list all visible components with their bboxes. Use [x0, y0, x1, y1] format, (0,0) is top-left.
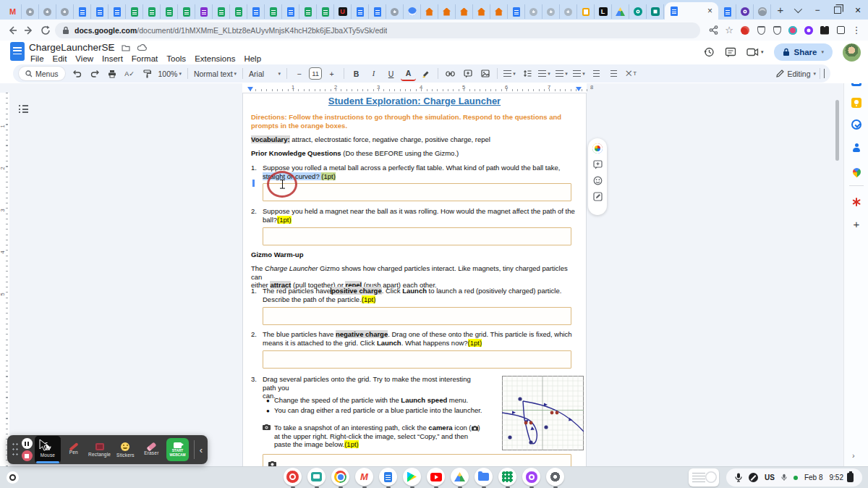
- share-page-icon[interactable]: [707, 25, 719, 36]
- pinned-tab-doc[interactable]: [352, 4, 369, 19]
- menu-view[interactable]: View: [71, 54, 98, 64]
- numbered-list-button[interactable]: ▾: [571, 67, 587, 80]
- particle-path-figure[interactable]: [502, 376, 584, 450]
- collapse-toolbar-icon[interactable]: [824, 70, 825, 78]
- close-window-button[interactable]: ×: [848, 0, 868, 20]
- add-comment-button[interactable]: [460, 67, 475, 80]
- decrease-indent-button[interactable]: [589, 67, 604, 80]
- pinned-tab-doc[interactable]: [74, 4, 91, 19]
- font-size-decrease[interactable]: −: [292, 67, 307, 80]
- shelf-app-chrome[interactable]: [331, 468, 349, 486]
- answer-box-pk1[interactable]: [263, 183, 571, 201]
- horizontal-ruler[interactable]: 12345678: [0, 83, 868, 93]
- redo-button[interactable]: [88, 67, 103, 80]
- menu-insert[interactable]: Insert: [98, 54, 127, 64]
- pinned-tab-sheet[interactable]: [230, 4, 247, 19]
- shelf-app-play[interactable]: [403, 468, 421, 486]
- shelf-app-files[interactable]: [475, 468, 493, 486]
- insert-link-button[interactable]: [443, 67, 458, 80]
- extension-purple-icon[interactable]: [803, 25, 814, 36]
- pinned-tab-gear[interactable]: [22, 4, 39, 19]
- reload-button[interactable]: [38, 23, 52, 38]
- add-comment-margin-icon[interactable]: [593, 160, 603, 169]
- shelf-app-camera[interactable]: [522, 468, 540, 486]
- tasks-icon[interactable]: [850, 118, 863, 131]
- menu-extensions[interactable]: Extensions: [190, 54, 239, 64]
- tool-rectangle[interactable]: Rectangle: [87, 436, 113, 463]
- tool-pen[interactable]: Pen: [61, 436, 87, 463]
- pinned-tab-doc[interactable]: [109, 4, 126, 19]
- menu-file[interactable]: File: [26, 54, 48, 64]
- pinned-tab-slide[interactable]: [195, 4, 213, 19]
- do-not-disturb-icon[interactable]: [749, 473, 758, 482]
- clear-formatting-button[interactable]: ⨉T: [624, 67, 639, 80]
- forward-button[interactable]: [22, 23, 36, 38]
- pinned-tab-meet[interactable]: [647, 4, 664, 19]
- collapse-annotation-toolbar[interactable]: ‹: [197, 445, 205, 455]
- share-button[interactable]: Share ▾: [774, 43, 833, 61]
- pinned-tab-sheet[interactable]: [265, 4, 282, 19]
- increase-indent-button[interactable]: [606, 67, 621, 80]
- shelf-app-annotate[interactable]: [284, 468, 302, 486]
- shelf-time[interactable]: 9:52: [830, 474, 843, 481]
- extension-red-icon[interactable]: [739, 25, 751, 36]
- pinned-tab-l[interactable]: L: [595, 4, 612, 19]
- shelf-date[interactable]: Feb 8: [804, 474, 823, 481]
- pinned-tab-home[interactable]: [421, 4, 438, 19]
- pinned-tab-doc[interactable]: [719, 4, 736, 19]
- pinned-tab-gearc[interactable]: [542, 4, 560, 19]
- line-spacing-button[interactable]: [519, 67, 535, 80]
- pinned-tab-doc[interactable]: [508, 4, 525, 19]
- stop-recording-button[interactable]: [22, 450, 33, 461]
- share-dropdown-icon[interactable]: ▾: [821, 49, 824, 55]
- move-folder-icon[interactable]: [122, 44, 130, 51]
- shield-extension-icon-2[interactable]: [771, 25, 783, 36]
- pinned-tab-gear[interactable]: [56, 4, 74, 19]
- emoji-reaction-icon[interactable]: [593, 176, 603, 185]
- pinned-tab-sheet[interactable]: [143, 4, 161, 19]
- drag-handle[interactable]: [12, 442, 18, 458]
- pinned-tab-phone[interactable]: [629, 4, 647, 19]
- answer-box-w2[interactable]: [263, 350, 571, 369]
- pinned-tab-bee[interactable]: [736, 4, 754, 19]
- addon-asterisk-icon[interactable]: [850, 195, 863, 209]
- calendar-icon[interactable]: [850, 83, 863, 88]
- document-scrollbar[interactable]: [835, 100, 839, 161]
- pinned-tab-u[interactable]: U: [334, 4, 352, 19]
- document-page[interactable]: Student Exploration: Charge Launcher Dir…: [242, 93, 587, 466]
- menu-format[interactable]: Format: [127, 54, 162, 64]
- pinned-tab-sheet[interactable]: [213, 4, 230, 19]
- shelf-app-docs[interactable]: [379, 468, 397, 486]
- tool-stickers[interactable]: Stickers: [113, 436, 139, 463]
- suggest-edits-icon[interactable]: [593, 192, 603, 201]
- text-color-button[interactable]: A: [401, 66, 416, 81]
- pinned-tab-sheet[interactable]: [299, 4, 317, 19]
- tool-eraser[interactable]: Eraser: [138, 436, 164, 463]
- paragraph-style-select[interactable]: Normal text▾: [192, 67, 238, 80]
- answer-box-w1[interactable]: [263, 307, 571, 325]
- highlight-button[interactable]: [418, 67, 433, 80]
- shield-extension-icon[interactable]: [755, 25, 767, 36]
- pinned-tab-sheet[interactable]: [317, 4, 334, 19]
- font-select[interactable]: Arial▾: [247, 67, 282, 80]
- pinned-tab-gearc[interactable]: [525, 4, 542, 19]
- checklist-button[interactable]: ▾: [537, 67, 552, 80]
- menu-edit[interactable]: Edit: [48, 54, 72, 64]
- pinned-tab-gear[interactable]: [386, 4, 404, 19]
- status-tray[interactable]: US Feb 8 9:52: [726, 468, 862, 487]
- pinned-tab-gmail[interactable]: M: [4, 4, 22, 19]
- launcher-button[interactable]: [7, 471, 19, 484]
- sidepanel-icon[interactable]: [835, 25, 846, 36]
- pinned-tab-drive[interactable]: [612, 4, 629, 19]
- pinned-tab-doc[interactable]: [247, 4, 265, 19]
- font-size-increase[interactable]: +: [324, 67, 339, 80]
- pinned-tab-globe[interactable]: [754, 4, 771, 19]
- insert-image-button[interactable]: [477, 67, 493, 80]
- new-tab-button[interactable]: +: [774, 2, 787, 18]
- meet-video-icon[interactable]: ▾: [746, 48, 764, 56]
- pinned-tab-doc[interactable]: [369, 4, 386, 19]
- pinned-tab-cal[interactable]: [577, 4, 595, 19]
- shelf-app-gmail[interactable]: M: [355, 468, 373, 486]
- bold-button[interactable]: B: [349, 67, 364, 80]
- pause-recording-button[interactable]: [22, 438, 33, 449]
